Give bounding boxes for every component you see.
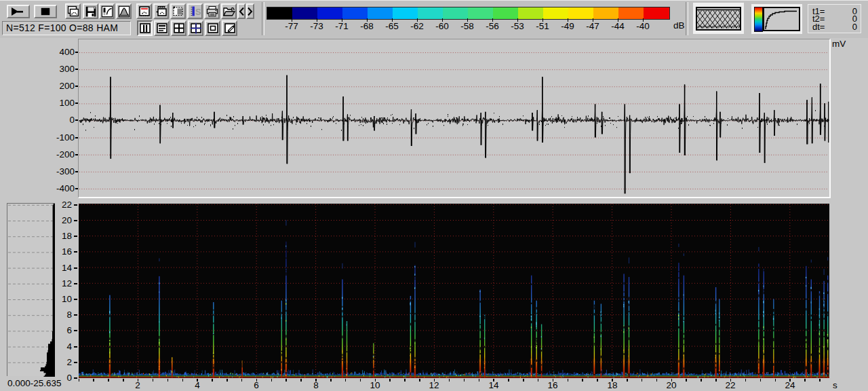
svg-text:S: S bbox=[195, 7, 201, 17]
